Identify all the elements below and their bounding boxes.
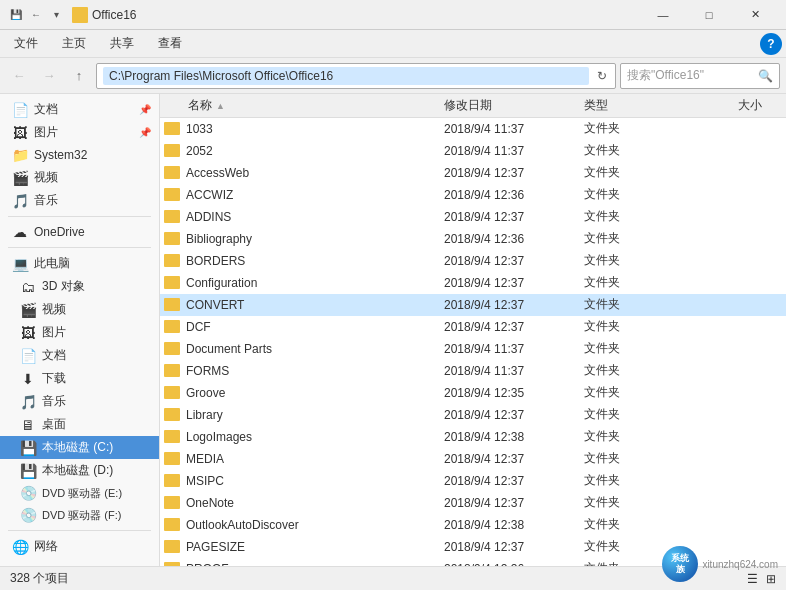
toolbar: ← → ↑ C:\Program Files\Microsoft Office\…: [0, 58, 786, 94]
forward-button[interactable]: →: [36, 63, 62, 89]
col-header-date[interactable]: 修改日期: [444, 97, 584, 114]
table-row[interactable]: Library 2018/9/4 12:37 文件夹: [160, 404, 786, 426]
folder-icon-small: [164, 210, 180, 223]
pictures-icon: 🖼: [12, 125, 28, 141]
table-row[interactable]: Groove 2018/9/4 12:35 文件夹: [160, 382, 786, 404]
back-button[interactable]: ←: [6, 63, 32, 89]
menu-share[interactable]: 共享: [100, 32, 144, 55]
file-name: 1033: [186, 122, 213, 136]
quick-down-icon[interactable]: ▾: [48, 7, 64, 23]
music2-icon: 🎵: [20, 394, 36, 410]
sidebar-item-music2[interactable]: 🎵 音乐: [0, 390, 159, 413]
cell-type: 文件夹: [584, 186, 684, 203]
cell-date: 2018/9/4 12:35: [444, 386, 584, 400]
file-name: ACCWIZ: [186, 188, 233, 202]
col-header-type[interactable]: 类型: [584, 97, 684, 114]
table-row[interactable]: AccessWeb 2018/9/4 12:37 文件夹: [160, 162, 786, 184]
sidebar-label-3dobjects: 3D 对象: [42, 278, 85, 295]
sidebar-label-dvdf: DVD 驱动器 (F:): [42, 508, 121, 523]
address-path[interactable]: C:\Program Files\Microsoft Office\Office…: [103, 67, 589, 85]
sidebar-label-documents2: 文档: [42, 347, 66, 364]
folder-icon-small: [164, 276, 180, 289]
sidebar-item-dvde[interactable]: 💿 DVD 驱动器 (E:): [0, 482, 159, 504]
up-button[interactable]: ↑: [66, 63, 92, 89]
file-name: BORDERS: [186, 254, 245, 268]
documents-icon: 📄: [12, 102, 28, 118]
cell-date: 2018/9/4 12:37: [444, 408, 584, 422]
folder-icon-small: [164, 122, 180, 135]
cell-date: 2018/9/4 11:37: [444, 342, 584, 356]
thispc-icon: 💻: [12, 256, 28, 272]
sort-arrow-name: ▲: [216, 101, 225, 111]
sidebar-label-documents: 文档: [34, 101, 58, 118]
sidebar-item-music[interactable]: 🎵 音乐: [0, 189, 159, 212]
folder-icon-small: [164, 408, 180, 421]
cell-type: 文件夹: [584, 428, 684, 445]
minimize-button[interactable]: —: [640, 0, 686, 30]
file-name: ADDINS: [186, 210, 231, 224]
cell-name: FORMS: [164, 364, 444, 378]
table-row[interactable]: BORDERS 2018/9/4 12:37 文件夹: [160, 250, 786, 272]
sidebar-label-thispc: 此电脑: [34, 255, 70, 272]
refresh-button[interactable]: ↻: [595, 67, 609, 85]
table-row[interactable]: OutlookAutoDiscover 2018/9/4 12:38 文件夹: [160, 514, 786, 536]
watermark-text: xitunzhq624.com: [702, 559, 778, 570]
table-row[interactable]: MSIPC 2018/9/4 12:37 文件夹: [160, 470, 786, 492]
file-name: OneNote: [186, 496, 234, 510]
search-icon[interactable]: 🔍: [758, 69, 773, 83]
table-row[interactable]: ACCWIZ 2018/9/4 12:36 文件夹: [160, 184, 786, 206]
videos-icon: 🎬: [12, 170, 28, 186]
sidebar-item-pictures[interactable]: 🖼 图片 📌: [0, 121, 159, 144]
window-controls: — □ ✕: [640, 0, 778, 30]
sidebar-item-network[interactable]: 🌐 网络: [0, 535, 159, 558]
sidebar-item-pictures2[interactable]: 🖼 图片: [0, 321, 159, 344]
table-row[interactable]: 1033 2018/9/4 11:37 文件夹: [160, 118, 786, 140]
table-row[interactable]: Document Parts 2018/9/4 11:37 文件夹: [160, 338, 786, 360]
cell-type: 文件夹: [584, 450, 684, 467]
sidebar-item-videos2[interactable]: 🎬 视频: [0, 298, 159, 321]
table-row[interactable]: Configuration 2018/9/4 12:37 文件夹: [160, 272, 786, 294]
table-row[interactable]: MEDIA 2018/9/4 12:37 文件夹: [160, 448, 786, 470]
file-name: Bibliography: [186, 232, 252, 246]
file-name: LogoImages: [186, 430, 252, 444]
table-row[interactable]: OneNote 2018/9/4 12:37 文件夹: [160, 492, 786, 514]
sidebar-item-downloads[interactable]: ⬇ 下载: [0, 367, 159, 390]
col-header-size[interactable]: 大小: [684, 97, 782, 114]
sidebar-item-locald[interactable]: 💾 本地磁盘 (D:): [0, 459, 159, 482]
table-row[interactable]: Bibliography 2018/9/4 12:36 文件夹: [160, 228, 786, 250]
col-header-name[interactable]: 名称 ▲: [164, 97, 444, 114]
sidebar-item-thispc[interactable]: 💻 此电脑: [0, 252, 159, 275]
table-row[interactable]: CONVERT 2018/9/4 12:37 文件夹: [160, 294, 786, 316]
sidebar-item-desktop[interactable]: 🖥 桌面: [0, 413, 159, 436]
help-button[interactable]: ?: [760, 33, 782, 55]
folder-icon-small: [164, 254, 180, 267]
sidebar-item-documents[interactable]: 📄 文档 📌: [0, 98, 159, 121]
cell-type: 文件夹: [584, 208, 684, 225]
table-row[interactable]: ADDINS 2018/9/4 12:37 文件夹: [160, 206, 786, 228]
folder-icon-small: [164, 430, 180, 443]
menu-home[interactable]: 主页: [52, 32, 96, 55]
cell-type: 文件夹: [584, 362, 684, 379]
menu-view[interactable]: 查看: [148, 32, 192, 55]
downloads-icon: ⬇: [20, 371, 36, 387]
sidebar-item-3dobjects[interactable]: 🗂 3D 对象: [0, 275, 159, 298]
quick-back-icon[interactable]: ←: [28, 7, 44, 23]
folder-icon-small: [164, 540, 180, 553]
menu-file[interactable]: 文件: [4, 32, 48, 55]
sidebar-item-localc[interactable]: 💾 本地磁盘 (C:): [0, 436, 159, 459]
folder-icon-small: [164, 518, 180, 531]
quick-save-icon[interactable]: 💾: [8, 7, 24, 23]
table-row[interactable]: 2052 2018/9/4 11:37 文件夹: [160, 140, 786, 162]
sidebar-item-onedrive[interactable]: ☁ OneDrive: [0, 221, 159, 243]
maximize-button[interactable]: □: [686, 0, 732, 30]
table-row[interactable]: FORMS 2018/9/4 11:37 文件夹: [160, 360, 786, 382]
sidebar-item-dvdf[interactable]: 💿 DVD 驱动器 (F:): [0, 504, 159, 526]
sidebar-item-videos[interactable]: 🎬 视频: [0, 166, 159, 189]
sidebar-item-system32[interactable]: 📁 System32: [0, 144, 159, 166]
table-row[interactable]: DCF 2018/9/4 12:37 文件夹: [160, 316, 786, 338]
sidebar-item-documents2[interactable]: 📄 文档: [0, 344, 159, 367]
table-row[interactable]: LogoImages 2018/9/4 12:38 文件夹: [160, 426, 786, 448]
cell-name: OneNote: [164, 496, 444, 510]
file-name: Document Parts: [186, 342, 272, 356]
close-button[interactable]: ✕: [732, 0, 778, 30]
